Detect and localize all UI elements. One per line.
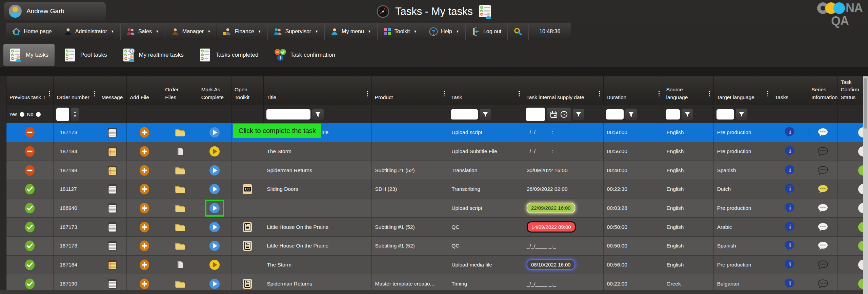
- column-header-supply_date[interactable]: Task internal supply date: [523, 76, 604, 105]
- series-comment-bubble-icon[interactable]: [817, 241, 828, 251]
- task-info-icon[interactable]: i: [785, 202, 795, 214]
- column-header-product[interactable]: Product: [372, 76, 448, 105]
- scrollbar-thumb[interactable]: [864, 78, 867, 129]
- mark-complete-play-icon[interactable]: [209, 259, 220, 270]
- order-files-folder-icon[interactable]: [175, 279, 185, 288]
- menu-item-search[interactable]: [507, 23, 528, 40]
- mark-complete-play-icon[interactable]: [209, 278, 220, 289]
- task-info-icon[interactable]: i: [785, 278, 795, 290]
- series-comment-bubble-icon[interactable]: [817, 222, 828, 232]
- message-notepad-icon[interactable]: [108, 165, 117, 176]
- open-toolkit-doc-icon[interactable]: [243, 278, 252, 289]
- menu-item-finance[interactable]: Finance▼: [217, 23, 267, 40]
- filter-yes-radio[interactable]: [20, 112, 24, 117]
- order-files-folder-icon[interactable]: [175, 204, 185, 213]
- date-picker-buttons[interactable]: [547, 108, 571, 121]
- mark-complete-play-icon[interactable]: [209, 240, 220, 251]
- column-header-source_language[interactable]: Source language: [663, 76, 713, 105]
- user-chip[interactable]: Andrew Garb: [4, 2, 106, 20]
- filter-funnel-button[interactable]: [312, 109, 324, 120]
- column-menu-kebab-icon[interactable]: [517, 88, 522, 99]
- menu-item-administrator[interactable]: Administrator▼: [58, 23, 120, 40]
- order-files-folder-icon[interactable]: [175, 241, 185, 250]
- message-notepad-icon[interactable]: [108, 241, 117, 251]
- task-info-icon[interactable]: i: [785, 183, 795, 195]
- add-file-icon[interactable]: [139, 127, 149, 138]
- order-files-folder-icon[interactable]: [176, 260, 184, 270]
- table-row[interactable]: 187173Little House On the PrairieSubtitl…: [6, 237, 863, 256]
- column-header-previous_task[interactable]: Previous task↑: [6, 76, 54, 105]
- task-info-icon[interactable]: i: [785, 146, 795, 157]
- filter-funnel-button[interactable]: [480, 109, 491, 120]
- add-file-icon[interactable]: [139, 146, 149, 157]
- task-info-icon[interactable]: i: [785, 221, 795, 233]
- add-file-icon[interactable]: [139, 259, 149, 270]
- title-filter-input[interactable]: [266, 109, 310, 120]
- tab-tasks-completed[interactable]: Tasks completed: [193, 44, 265, 66]
- series-comment-bubble-icon[interactable]: [817, 147, 828, 156]
- filter-no-radio[interactable]: [36, 112, 41, 117]
- add-file-icon[interactable]: [139, 222, 149, 233]
- series-comment-bubble-icon[interactable]: [817, 184, 828, 194]
- column-header-mark_as_complete[interactable]: Mark As Complete: [198, 76, 231, 105]
- message-notepad-icon[interactable]: [108, 279, 117, 289]
- column-header-task[interactable]: Task: [448, 76, 523, 105]
- table-row[interactable]: 186940Upload script22/09/2022 16:0000:03…: [6, 199, 863, 218]
- add-file-icon[interactable]: [139, 165, 149, 176]
- add-file-icon[interactable]: [139, 203, 149, 214]
- tab-pool-tasks[interactable]: Pool tasks: [58, 44, 113, 66]
- menu-item-supervisor[interactable]: Supervisor▼: [267, 23, 324, 40]
- order-files-folder-icon[interactable]: [176, 147, 184, 156]
- tab-my-realtime-tasks[interactable]: My realtime tasks: [117, 44, 190, 66]
- table-row[interactable]: 187184The StormUpload media file08/10/20…: [6, 256, 863, 275]
- table-row[interactable]: 187173Little House On the PrairieUpload …: [6, 123, 863, 142]
- message-notepad-icon[interactable]: [108, 184, 117, 194]
- order-files-folder-icon[interactable]: [175, 128, 185, 137]
- table-row[interactable]: 187198Spiderman ReturnsSubtitling #1 (52…: [6, 161, 863, 180]
- message-notepad-icon[interactable]: [108, 203, 117, 213]
- column-header-tasks[interactable]: Tasks: [772, 76, 808, 105]
- filter-funnel-button[interactable]: [573, 109, 584, 120]
- task-info-icon[interactable]: i: [785, 127, 795, 138]
- task-info-icon[interactable]: i: [785, 259, 795, 271]
- target_language-filter-input[interactable]: [716, 109, 734, 120]
- open-toolkit-cc-icon[interactable]: CC: [242, 184, 253, 195]
- column-header-add_file[interactable]: Add File: [127, 76, 162, 105]
- column-header-series_information[interactable]: Series Information: [808, 76, 837, 105]
- add-file-icon[interactable]: [139, 184, 149, 195]
- series-comment-bubble-icon[interactable]: [817, 203, 828, 213]
- filter-funnel-button[interactable]: [625, 109, 637, 120]
- tab-my-tasks[interactable]: My tasks: [3, 44, 55, 66]
- mark-complete-play-icon[interactable]: [209, 184, 220, 195]
- menu-item-my-menu[interactable]: My menu▼: [324, 23, 377, 40]
- column-menu-kebab-icon[interactable]: [707, 88, 712, 99]
- series-comment-bubble-icon[interactable]: [817, 279, 828, 289]
- order-files-folder-icon[interactable]: [175, 185, 185, 194]
- column-menu-kebab-icon[interactable]: [441, 88, 447, 99]
- supply-date-filter-input[interactable]: [526, 108, 545, 121]
- vertical-scrollbar[interactable]: [863, 76, 868, 294]
- series-comment-bubble-icon[interactable]: [817, 128, 828, 137]
- mark-complete-play-icon[interactable]: [209, 203, 220, 214]
- series-comment-bubble-icon[interactable]: [817, 260, 828, 270]
- message-notepad-icon[interactable]: [108, 127, 117, 137]
- column-menu-kebab-icon[interactable]: [47, 88, 52, 99]
- column-menu-kebab-icon[interactable]: [92, 88, 97, 99]
- order-number-filter-input[interactable]: [56, 108, 69, 121]
- table-row[interactable]: 181127CCSliding DoorsSDH (23)Transcribin…: [6, 180, 863, 199]
- open-toolkit-doc-icon[interactable]: [243, 240, 252, 251]
- column-header-message[interactable]: Message: [98, 76, 127, 105]
- task-info-icon[interactable]: i: [785, 165, 795, 176]
- mark-complete-play-icon[interactable]: [209, 222, 220, 233]
- menu-item-home-page[interactable]: Home page: [6, 23, 58, 40]
- column-menu-kebab-icon[interactable]: [765, 88, 771, 99]
- column-menu-kebab-icon[interactable]: [597, 88, 602, 99]
- number-spinner[interactable]: ▲▼: [71, 108, 79, 121]
- menu-item-log-out[interactable]: Log out: [465, 23, 507, 40]
- menu-item-sales[interactable]: Sales▼: [120, 23, 165, 40]
- column-header-order_files[interactable]: Order Files: [162, 76, 198, 105]
- menu-item-help[interactable]: ?Help▼: [423, 23, 465, 40]
- complete-highlight-box[interactable]: [205, 200, 224, 217]
- task-filter-input[interactable]: [451, 109, 478, 120]
- menu-item-manager[interactable]: Manager▼: [165, 23, 217, 40]
